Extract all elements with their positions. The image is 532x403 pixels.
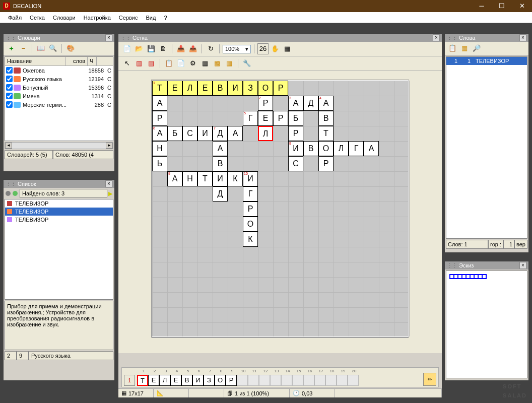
grid-cell[interactable]: С [288,156,303,171]
link-button[interactable]: ⚙ [187,58,198,69]
dict-checkbox[interactable] [6,84,13,91]
close-icon[interactable]: × [105,34,112,41]
dictionary-row[interactable]: Имена1314С [5,92,113,100]
close-icon[interactable]: × [433,34,440,41]
grid-cell[interactable]: С [182,126,197,141]
grid-cell[interactable]: 7Д [213,126,228,141]
grid-cell[interactable]: Л [334,141,349,156]
close-icon[interactable]: × [519,34,526,41]
strip-cell[interactable]: Л [159,375,170,386]
menu-Настройка[interactable]: Настройка [80,14,115,22]
grid-cell[interactable]: Р [273,111,288,126]
grid-cell[interactable]: К [243,232,258,247]
menu-?[interactable]: ? [160,14,171,22]
strip-cell[interactable] [325,375,337,386]
words-grid-button[interactable]: ▦ [459,43,470,54]
grid-cell[interactable]: 1Т [152,81,167,96]
words-row[interactable]: 11ТЕЛЕВИЗОР [446,57,527,65]
dictionary-row[interactable]: Ожегова18858С [5,66,113,75]
grid-cell[interactable]: З [243,81,258,96]
dictionaries-panel-title[interactable]: ⋮⋮ Словари × [4,34,114,42]
strip-cell[interactable] [337,375,348,386]
grid-cell[interactable]: Т [197,171,213,186]
menu-Файл[interactable]: Файл [4,14,26,22]
pattern-button[interactable]: ▩ [212,58,223,69]
grid-cell[interactable]: 6А [152,126,167,141]
results-list[interactable]: ТЕЛЕВИЗОРТЕЛЕВИЗОРТЕЛЕВИЗОР [5,199,113,300]
close-button[interactable]: ✕ [512,0,532,12]
dict-checkbox[interactable] [6,101,13,108]
zoom-combo[interactable]: 100%▾ [223,45,251,53]
grid-cell[interactable]: 9А [167,171,182,186]
strip-cell[interactable]: З [204,375,215,386]
strip-cell[interactable] [314,375,325,386]
pointer-tool-button[interactable]: ↖ [121,58,132,69]
open-file-button[interactable]: 📂 [134,43,145,54]
play-icon[interactable]: ▶ [108,190,112,197]
pattern2-button[interactable]: ▦ [224,58,235,69]
dict-checkbox[interactable] [6,76,13,82]
thumbnail-view[interactable] [446,271,527,378]
refresh-dictionaries-button[interactable]: 🔍 [47,43,58,54]
words-list-button[interactable]: 📋 [447,43,458,54]
strip-cell[interactable]: Р [226,375,237,386]
grid-toggle-button[interactable]: ▦ [282,43,293,54]
grid-cell[interactable]: Р [273,81,288,96]
strip-cell[interactable]: Е [148,375,159,386]
grid-cell[interactable]: Н [182,171,197,186]
palette-button[interactable]: 🎨 [65,43,76,54]
thumbnail-panel-title[interactable]: ⋮⋮ Эскиз × [445,261,528,270]
grid-cell[interactable]: Г [243,186,258,202]
save-file-button[interactable]: 💾 [146,43,157,54]
copy-button[interactable]: 📋 [163,58,174,69]
save-as-button[interactable]: 🗎 [158,43,169,54]
strip-cell[interactable] [348,375,359,386]
strip-cell[interactable] [248,375,259,386]
strip-cell[interactable]: В [181,375,192,386]
strip-cell[interactable]: О [215,375,226,386]
dictionary-row[interactable]: Русского языка12194С [5,75,113,83]
grid-cell[interactable]: В [213,81,228,96]
grid-cell[interactable]: Д [303,96,318,111]
grid-cell[interactable]: А [228,126,243,141]
strip-cell[interactable] [270,375,281,386]
grid-cell[interactable]: Р [288,126,303,141]
strip-cell[interactable] [292,375,303,386]
grid-cell[interactable]: В [213,156,228,171]
grid-cell[interactable]: Т [318,126,334,141]
grid-cell[interactable]: А [364,141,379,156]
dict-checkbox[interactable] [6,67,13,74]
list-item[interactable]: ТЕЛЕВИЗОР [5,199,113,208]
list-item[interactable]: ТЕЛЕВИЗОР [5,216,113,224]
grid-cell[interactable]: 5Г [243,111,258,126]
words-table[interactable]: 11ТЕЛЕВИЗОР [446,56,527,239]
refresh-button[interactable]: ↻ [205,43,216,54]
list-panel-title[interactable]: ⋮⋮ Список × [4,180,114,188]
grid-cell[interactable]: 3А [288,96,303,111]
words-search-button[interactable]: 🔎 [471,43,482,54]
grid-cell[interactable]: Е [258,111,273,126]
open-dictionary-button[interactable]: 📖 [35,43,46,54]
grid-cell[interactable]: О [258,81,273,96]
new-file-button[interactable]: 📄 [121,43,132,54]
strip-cell[interactable]: И [192,375,204,386]
settings-button[interactable]: 🔧 [241,58,252,69]
grid-panel-title[interactable]: ⋮⋮ Сетка × [118,34,442,42]
grid-cell[interactable]: 4А [318,96,334,111]
grid-cell[interactable]: Б [167,126,182,141]
grid-cell[interactable]: Н [152,141,167,156]
select-col-button[interactable]: ▤ [146,58,157,69]
grid-cell[interactable]: 10И [243,171,258,186]
filter-dot-green[interactable] [13,191,18,196]
grid-cell[interactable]: 2Р [258,96,273,111]
grid-cell[interactable]: Р [318,156,334,171]
strip-action-button[interactable]: ✏ [423,373,436,386]
strip-cell[interactable]: Е [170,375,181,386]
strip-cell[interactable]: Т [137,375,148,386]
grid-cell[interactable]: Ь [152,156,167,171]
col-aux[interactable]: Ч [88,57,97,65]
remove-dictionary-button[interactable]: － [18,43,29,54]
paste-button[interactable]: 📄 [175,58,186,69]
grid-cell[interactable]: А [152,96,167,111]
maximize-button[interactable]: ☐ [492,0,512,12]
